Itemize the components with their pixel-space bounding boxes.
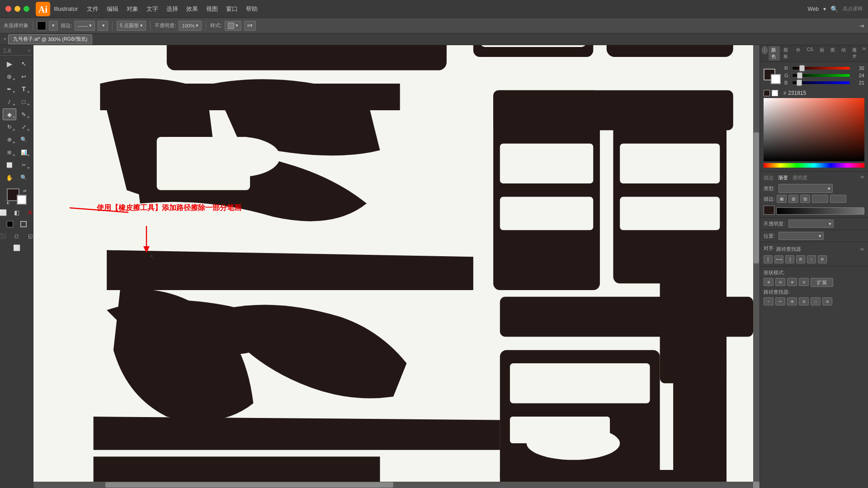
gradient-start-swatch[interactable] [764,206,774,215]
search-icon[interactable]: 🔍 [830,5,838,13]
gradient-tab[interactable]: 渐变 [778,174,788,181]
symbol-tool[interactable]: ⊞ ▸ [3,146,16,158]
panel-anim-tab[interactable]: 动 [839,46,849,61]
menu-window[interactable]: 窗口 [226,5,238,13]
column-graph-tool[interactable]: 📊 ▸ [17,146,31,158]
pf-trim-btn[interactable]: ✂ [775,297,785,305]
selection-tool[interactable]: ▶ [3,58,16,70]
panel-magic-tab[interactable]: 魔术 [849,46,861,61]
toolbox-collapse-icon[interactable]: « [28,48,30,54]
menu-effect[interactable]: 效果 [186,5,198,13]
unite-btn[interactable]: ⊕ [764,278,774,286]
info-panel-btn[interactable]: i [762,46,768,54]
opacity-row-select[interactable]: ▾ [788,220,834,228]
menu-view[interactable]: 视图 [206,5,218,13]
hex-value[interactable]: 231815 [788,90,806,96]
color-spectrum[interactable] [764,98,864,161]
pen-tool[interactable]: ✒ ▸ [3,83,16,95]
panel-color-tab[interactable]: 颜色 [769,46,780,61]
warp-tool[interactable]: ⊕ ▸ [3,134,16,145]
rect-tool[interactable]: □ ▸ [17,96,31,108]
menu-select[interactable]: 选择 [166,5,178,13]
panel-collapse-icon[interactable]: ≫ [862,46,866,61]
align-top-btn[interactable]: ⟰ [796,255,805,263]
toolbar-fill-swatch[interactable] [37,21,46,30]
canvas-area[interactable]: 使用【橡皮擦工具】添加路径擦除一部分笔画 ↖ [33,45,760,488]
zoom-tool[interactable]: 🔍 [17,134,31,145]
transparency-tab[interactable]: 透明度 [793,174,807,181]
draw-inside-btn[interactable]: ◻ [10,231,23,241]
panel-swatch-tab[interactable]: 颜板 [781,46,792,61]
pf-outline-btn[interactable]: □ [811,297,821,305]
intersect-btn[interactable]: ⊗ [787,278,797,286]
slice-tool[interactable]: ✂ ▸ [17,159,31,171]
pencil-tool[interactable]: ✎ ▸ [17,108,31,120]
rotate-tool[interactable]: ↻ ▸ [3,121,16,133]
direct-selection-tool[interactable]: ↖ [17,58,31,70]
expand-icon[interactable]: ⇥ [859,22,864,29]
pf-merge-btn[interactable]: ⊞ [787,297,797,305]
lasso-tool[interactable]: ⊛ ▸ [3,70,16,82]
minus-front-btn[interactable]: ⊖ [775,278,785,286]
magic-wand-tool[interactable]: ↩ [17,70,31,82]
paintbrush-tool[interactable]: ◆ ▸ [3,108,16,120]
hand-tool[interactable]: ✋ [3,172,16,183]
position-select[interactable]: ▾ [778,232,824,240]
artboard-tool[interactable]: ⬜ [3,159,16,171]
stroke-tab[interactable]: 描边 [764,174,774,181]
exclude-btn[interactable]: ⊘ [799,278,809,286]
background-color-swatch[interactable] [17,195,27,205]
align-right-btn[interactable]: ⟧ [785,255,794,263]
gradient-collapse-icon[interactable]: ≫ [860,174,864,181]
gradient-type-select[interactable]: ▾ [778,184,833,193]
workspace-label[interactable]: Web [808,6,819,12]
stroke-input[interactable]: —— ▾ [75,21,95,31]
pf-minus-back-btn[interactable]: ⊛ [822,297,832,305]
r-slider-thumb[interactable] [799,65,805,71]
align-middle-btn[interactable]: ↕ [807,255,816,263]
menu-help[interactable]: 帮助 [246,5,258,13]
vertical-scrollbar[interactable] [753,45,760,482]
fill-none-btn[interactable]: ⬜ [0,207,9,217]
align-left-btn[interactable]: ⟦ [764,255,773,263]
menu-edit[interactable]: 编辑 [107,5,118,13]
screen-mode-btn[interactable]: ⬜ [10,243,23,253]
stroke-size-input-2[interactable] [830,195,846,203]
r-slider-track[interactable] [793,67,850,70]
style-select[interactable]: ▾ [225,21,241,31]
fullscreen-button[interactable] [24,6,29,12]
horizontal-scrollbar-thumb[interactable] [105,482,393,488]
gradient-swatch-btn[interactable]: ◧ [10,207,23,217]
reset-colors-icon[interactable]: ◧ [7,201,10,205]
swap-colors-icon[interactable]: ⇄ [23,188,27,193]
brush-select[interactable]: 5 点圆形 ▾ [117,21,146,31]
panel-back-swatch[interactable] [771,74,781,84]
panel-cs-tab[interactable]: CS [804,46,816,61]
panel-graph-tab[interactable]: 图 [828,46,838,61]
close-button[interactable] [5,6,11,12]
type-tool[interactable]: T ▸ [17,83,31,95]
menu-object[interactable]: 对象 [127,5,138,13]
color-hue-bar[interactable] [764,163,864,168]
stroke-icon-1[interactable]: ▦ [777,195,787,203]
panel-outside-tab[interactable]: 外 [793,46,803,61]
menu-text[interactable]: 文字 [146,5,158,13]
scale-tool[interactable]: ⤢ ▸ [17,121,31,133]
g-slider-thumb[interactable] [797,72,802,79]
g-slider-track[interactable] [793,74,850,77]
gradient-preview-bar[interactable] [776,207,864,215]
zoom-view-tool[interactable]: 🔍 [17,172,31,183]
vertical-scrollbar-thumb[interactable] [754,132,759,263]
stroke-icon-2[interactable]: ▧ [788,195,798,203]
toolbar-fill-arrow[interactable]: ▾ [49,21,58,31]
color-picker[interactable] [764,98,864,161]
horizontal-scrollbar[interactable] [33,482,753,488]
expand-button[interactable]: 扩展 [811,278,833,287]
minimize-button[interactable] [14,6,20,12]
menu-file[interactable]: 文件 [87,5,99,13]
pf-crop-btn[interactable]: ⊟ [799,297,809,305]
b-slider-track[interactable] [793,81,850,84]
align-bottom-btn[interactable]: ⟱ [818,255,827,263]
align-collapse-icon[interactable]: ≫ [860,247,864,252]
line-tool[interactable]: / ▸ [3,96,16,108]
